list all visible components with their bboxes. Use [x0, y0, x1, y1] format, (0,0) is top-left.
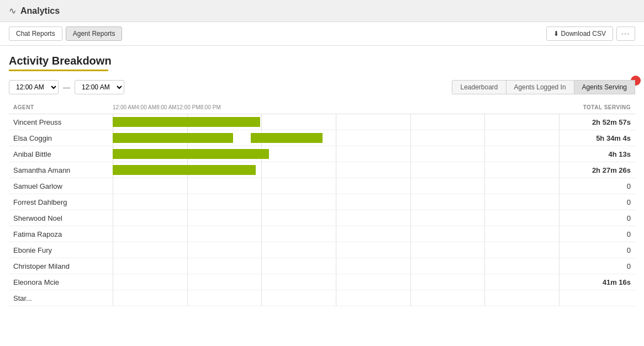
gantt-bar [113, 149, 269, 159]
table-row: Sherwood Noel0 [9, 210, 635, 226]
view-tabs: Leaderboard Agents Logged In Agents Serv… [452, 80, 635, 94]
agents-logged-in-tab[interactable]: Agents Logged In [506, 80, 574, 94]
table-row: Elsa Coggin5h 34m 4s [9, 130, 635, 146]
total-serving-value: 0 [563, 178, 635, 194]
table-row: Forrest Dahlberg0 [9, 194, 635, 210]
total-serving-value: 5h 34m 4s [563, 130, 635, 146]
table-row: Eleonora Mcie41m 16s [9, 274, 635, 290]
time-marker-8pm: 8:00 PM [200, 104, 220, 110]
start-time-select[interactable]: 12:00 AM [9, 80, 59, 94]
agent-name: Christoper Miland [9, 258, 108, 274]
app-title: Analytics [20, 6, 60, 16]
activity-table: AGENT 12:00 AM 4:00 AM 8:00 AM 12:00 PM … [9, 101, 635, 306]
total-serving-value: 2h 27m 26s [563, 162, 635, 178]
chat-reports-tab[interactable]: Chat Reports [9, 26, 62, 41]
table-row: Christoper Miland0 [9, 258, 635, 274]
timeline-cell [108, 210, 563, 226]
section-title: Activity Breakdown [9, 55, 635, 67]
gantt-bar [251, 133, 322, 143]
total-serving-value: 41m 16s [563, 274, 635, 290]
gantt-bar [113, 133, 233, 143]
total-serving-value: 4h 13s [563, 146, 635, 162]
download-label: Download CSV [561, 30, 606, 38]
total-serving-value: 0 [563, 210, 635, 226]
agent-name: Eleonora Mcie [9, 274, 108, 290]
more-options-button[interactable]: ··· [616, 26, 635, 41]
timeline-cell [108, 178, 563, 194]
agent-name: Ebonie Fury [9, 242, 108, 258]
timeline-cell [108, 242, 563, 258]
timeline-cell [108, 290, 563, 306]
time-range-dash: — [63, 83, 70, 92]
table-row: Ebonie Fury0 [9, 242, 635, 258]
timeline-cell [108, 258, 563, 274]
agent-name: Vincent Preuss [9, 114, 108, 130]
analytics-icon: ∿ [9, 6, 16, 16]
table-header-row: AGENT 12:00 AM 4:00 AM 8:00 AM 12:00 PM … [9, 101, 635, 114]
agent-name: Elsa Coggin [9, 130, 108, 146]
agent-name: Samuel Garlow [9, 178, 108, 194]
toolbar-tabs: Chat Reports Agent Reports [9, 26, 122, 41]
download-icon: ⬇ [553, 30, 559, 38]
time-range: 12:00 AM — 12:00 AM [9, 80, 124, 94]
controls-row: 12:00 AM — 12:00 AM Leaderboard Agents L… [9, 80, 635, 94]
toolbar-actions: ⬇ Download CSV ··· [546, 26, 635, 41]
time-marker-0am: 12:00 AM [113, 104, 136, 110]
total-serving-value: 0 [563, 242, 635, 258]
timeline-cell [108, 226, 563, 242]
table-row: Samuel Garlow0 [9, 178, 635, 194]
agent-name: Forrest Dahlberg [9, 194, 108, 210]
leaderboard-tab[interactable]: Leaderboard [452, 80, 506, 94]
app-header: ∿ Analytics [0, 0, 644, 22]
table-row: Star... [9, 290, 635, 306]
total-serving-value: 0 [563, 258, 635, 274]
total-column-header: TOTAL SERVING [563, 101, 635, 114]
time-marker-8am: 8:00 AM [156, 104, 177, 110]
main-content: Activity Breakdown 12:00 AM — 12:00 AM L… [0, 46, 644, 346]
time-marker-4am: 4:00 AM [136, 104, 156, 110]
agent-name: Anibal Bittle [9, 146, 108, 162]
agent-reports-tab[interactable]: Agent Reports [66, 26, 123, 41]
total-serving-value: 0 [563, 194, 635, 210]
end-time-select[interactable]: 12:00 AM [75, 80, 124, 94]
timeline-cell [108, 114, 563, 130]
agent-column-header: AGENT [9, 101, 108, 114]
time-marker-12pm: 12:00 PM [177, 104, 200, 110]
table-row: Samantha Amann2h 27m 26s [9, 162, 635, 178]
agent-name: Fatima Rapoza [9, 226, 108, 242]
timeline-cell [108, 194, 563, 210]
timeline-cell [108, 130, 563, 146]
table-row: Vincent Preuss2h 52m 57s [9, 114, 635, 130]
timeline-cell [108, 274, 563, 290]
agent-name: Star... [9, 290, 108, 306]
timeline-cell [108, 146, 563, 162]
timeline-cell [108, 162, 563, 178]
agents-serving-tab[interactable]: Agents Serving [574, 80, 635, 94]
gantt-bar [113, 165, 256, 175]
total-serving-value [563, 290, 635, 306]
download-csv-button[interactable]: ⬇ Download CSV [546, 26, 613, 41]
section-title-underline [9, 70, 108, 71]
agent-name: Samantha Amann [9, 162, 108, 178]
total-serving-value: 2h 52m 57s [563, 114, 635, 130]
table-row: Anibal Bittle4h 13s [9, 146, 635, 162]
gantt-bar [113, 117, 260, 127]
toolbar: Chat Reports Agent Reports ⬇ Download CS… [0, 22, 644, 46]
table-row: Fatima Rapoza0 [9, 226, 635, 242]
timeline-column-header: 12:00 AM 4:00 AM 8:00 AM 12:00 PM 8:00 P… [108, 101, 563, 114]
total-serving-value: 0 [563, 226, 635, 242]
agent-name: Sherwood Noel [9, 210, 108, 226]
